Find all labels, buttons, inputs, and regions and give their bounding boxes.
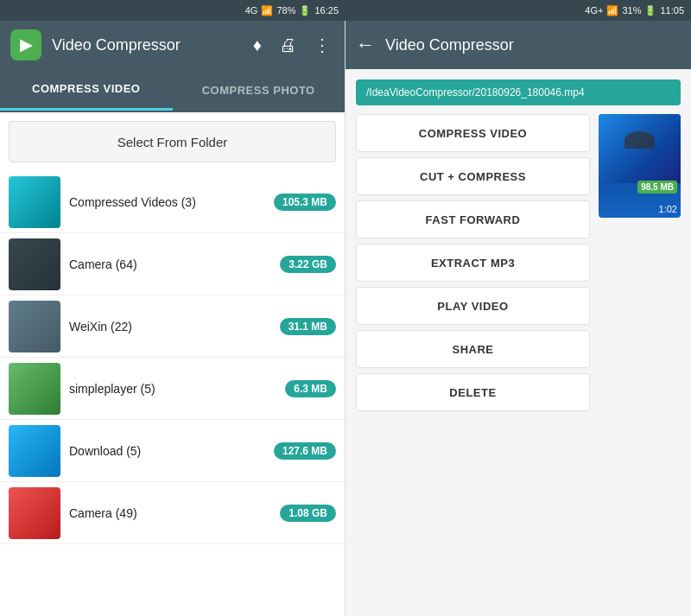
play-video-button[interactable]: PLAY VIDEO	[356, 287, 590, 325]
fast-forward-button[interactable]: FAST FORWARD	[356, 200, 590, 238]
right-toolbar-title: Video Compressor	[385, 36, 514, 54]
back-button[interactable]: ←	[356, 34, 375, 56]
app-icon: ▶	[10, 29, 41, 60]
right-panel: ← Video Compressor /IdeaVideoCompressor/…	[346, 21, 691, 616]
right-battery: 31%	[622, 5, 641, 16]
extract-mp3-button[interactable]: EXTRACT MP3	[356, 244, 590, 282]
status-bar-left: 4G 📶 78% 🔋 16:25	[0, 0, 346, 21]
folder-name: Camera (64)	[69, 257, 271, 271]
swimmer-shape	[624, 131, 655, 149]
folder-name: Download (5)	[69, 444, 265, 458]
right-time: 11:05	[660, 5, 684, 16]
tab-compress-photo[interactable]: COMPRESS PHOTO	[173, 69, 346, 111]
left-signal: 4G	[245, 5, 258, 16]
print-icon[interactable]: 🖨	[276, 32, 300, 59]
folder-list: Compressed Videos (3) 105.3 MB Camera (6…	[0, 171, 345, 616]
video-size-badge: 98.5 MB	[637, 181, 677, 194]
action-buttons: COMPRESS VIDEO CUT + COMPRESS FAST FORWA…	[356, 114, 590, 411]
left-time: 16:25	[314, 5, 339, 16]
share-button[interactable]: SHARE	[356, 330, 590, 368]
list-item[interactable]: Camera (64) 3.22 GB	[0, 233, 345, 295]
left-panel: ▶ Video Compressor ♦ 🖨 ⋮ COMPRESS VIDEO …	[0, 21, 346, 616]
folder-info: simpleplayer (5)	[69, 382, 276, 396]
folder-info: Compressed Videos (3)	[69, 195, 265, 209]
folder-thumbnail	[9, 363, 60, 415]
left-battery-icon: 🔋	[299, 5, 311, 16]
list-item[interactable]: Camera (49) 1.08 GB	[0, 482, 345, 544]
status-bar-right: 4G+ 📶 31% 🔋 11:05	[346, 0, 691, 21]
video-preview-image	[599, 114, 681, 183]
folder-info: Download (5)	[69, 444, 265, 458]
folder-name: Compressed Videos (3)	[69, 195, 265, 209]
more-options-icon[interactable]: ⋮	[310, 31, 334, 59]
right-wifi-icon: 📶	[606, 5, 618, 16]
folder-info: Camera (64)	[69, 257, 271, 271]
delete-button[interactable]: DELETE	[356, 373, 590, 411]
app-icon-symbol: ▶	[20, 35, 32, 54]
action-area: COMPRESS VIDEO CUT + COMPRESS FAST FORWA…	[356, 114, 681, 411]
right-signal: 4G+	[585, 5, 603, 16]
folder-size-badge: 1.08 GB	[280, 505, 336, 522]
right-toolbar: ← Video Compressor	[346, 21, 691, 69]
diamond-icon[interactable]: ♦	[250, 32, 265, 59]
file-path-bar: /IdeaVideoCompressor/20180926_180046.mp4	[356, 79, 681, 105]
folder-size-badge: 3.22 GB	[280, 256, 336, 273]
video-thumbnail[interactable]: 98.5 MB 1:02	[599, 114, 681, 218]
main-content: ▶ Video Compressor ♦ 🖨 ⋮ COMPRESS VIDEO …	[0, 21, 691, 616]
folder-thumbnail	[9, 425, 60, 477]
list-item[interactable]: Compressed Videos (3) 105.3 MB	[0, 171, 345, 233]
folder-name: Camera (49)	[69, 506, 271, 520]
folder-thumbnail	[9, 238, 60, 290]
folder-info: Camera (49)	[69, 506, 271, 520]
status-bars: 4G 📶 78% 🔋 16:25 4G+ 📶 31% 🔋 11:05	[0, 0, 691, 21]
folder-size-badge: 6.3 MB	[285, 380, 336, 397]
cut-compress-button[interactable]: CUT + COMPRESS	[356, 157, 590, 195]
folder-name: simpleplayer (5)	[69, 382, 276, 396]
folder-size-badge: 105.3 MB	[274, 194, 336, 211]
folder-name: WeiXin (22)	[69, 320, 271, 333]
compress-video-button[interactable]: COMPRESS VIDEO	[356, 114, 590, 152]
video-thumbnail-container: 98.5 MB 1:02	[599, 114, 681, 411]
folder-size-badge: 127.6 MB	[274, 442, 336, 460]
left-toolbar-title: Video Compressor	[52, 36, 239, 54]
left-tabs: COMPRESS VIDEO COMPRESS PHOTO	[0, 69, 345, 112]
list-item[interactable]: Download (5) 127.6 MB	[0, 420, 345, 482]
tab-compress-video[interactable]: COMPRESS VIDEO	[0, 69, 173, 111]
right-content: /IdeaVideoCompressor/20180926_180046.mp4…	[346, 69, 691, 422]
folder-size-badge: 31.1 MB	[280, 318, 336, 335]
video-duration: 1:02	[659, 204, 677, 214]
select-folder-button[interactable]: Select From Folder	[9, 121, 336, 162]
list-item[interactable]: WeiXin (22) 31.1 MB	[0, 295, 345, 358]
list-item[interactable]: simpleplayer (5) 6.3 MB	[0, 358, 345, 420]
left-battery: 78%	[276, 5, 295, 16]
folder-thumbnail	[9, 301, 60, 352]
folder-thumbnail	[9, 176, 60, 228]
left-toolbar: ▶ Video Compressor ♦ 🖨 ⋮	[0, 21, 345, 69]
folder-info: WeiXin (22)	[69, 320, 271, 333]
folder-thumbnail	[9, 487, 60, 539]
left-wifi-icon: 📶	[261, 5, 273, 16]
right-battery-icon: 🔋	[644, 5, 656, 16]
